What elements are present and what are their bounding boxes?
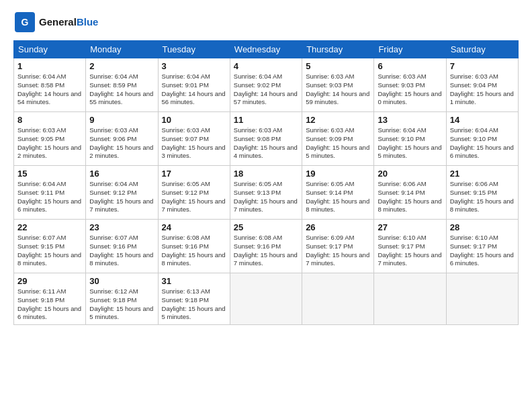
day-info: Sunrise: 6:03 AMSunset: 9:04 PMDaylight:… [450, 73, 515, 107]
logo-general: General [39, 16, 77, 28]
day-info: Sunrise: 6:03 AMSunset: 9:09 PMDaylight:… [306, 126, 370, 161]
day-number: 5 [306, 61, 370, 71]
calendar-cell [230, 273, 302, 325]
day-number: 10 [162, 115, 226, 125]
day-info: Sunrise: 6:11 AMSunset: 9:18 PMDaylight:… [17, 287, 82, 322]
day-number: 3 [162, 61, 226, 71]
day-header-wednesday: Wednesday [230, 41, 302, 58]
day-info: Sunrise: 6:05 AMSunset: 9:12 PMDaylight:… [162, 180, 226, 214]
calendar-header-row: SundayMondayTuesdayWednesdayThursdayFrid… [14, 41, 519, 58]
calendar-cell: 31Sunrise: 6:13 AMSunset: 9:18 PMDayligh… [158, 273, 230, 325]
day-number: 23 [89, 222, 154, 232]
week-row-4: 29Sunrise: 6:11 AMSunset: 9:18 PMDayligh… [14, 273, 519, 325]
calendar-table: SundayMondayTuesdayWednesdayThursdayFrid… [13, 40, 519, 325]
calendar-cell: 23Sunrise: 6:07 AMSunset: 9:16 PMDayligh… [86, 220, 158, 273]
day-info: Sunrise: 6:07 AMSunset: 9:16 PMDaylight:… [89, 234, 154, 268]
day-info: Sunrise: 6:04 AMSunset: 9:10 PMDaylight:… [378, 126, 442, 161]
day-info: Sunrise: 6:03 AMSunset: 9:03 PMDaylight:… [378, 73, 442, 107]
day-number: 29 [17, 276, 82, 286]
calendar-cell: 28Sunrise: 6:10 AMSunset: 9:17 PMDayligh… [446, 220, 518, 273]
day-info: Sunrise: 6:08 AMSunset: 9:16 PMDaylight:… [162, 234, 226, 268]
day-number: 22 [17, 222, 82, 232]
calendar-cell: 27Sunrise: 6:10 AMSunset: 9:17 PMDayligh… [374, 220, 446, 273]
day-info: Sunrise: 6:03 AMSunset: 9:06 PMDaylight:… [89, 126, 154, 161]
day-number: 31 [162, 276, 226, 286]
calendar-cell: 12Sunrise: 6:03 AMSunset: 9:09 PMDayligh… [302, 112, 374, 166]
calendar-cell: 4Sunrise: 6:04 AMSunset: 9:02 PMDaylight… [230, 58, 302, 112]
calendar-cell: 16Sunrise: 6:04 AMSunset: 9:12 PMDayligh… [86, 166, 158, 220]
calendar-cell: 26Sunrise: 6:09 AMSunset: 9:17 PMDayligh… [302, 220, 374, 273]
calendar-cell: 25Sunrise: 6:08 AMSunset: 9:16 PMDayligh… [230, 220, 302, 273]
calendar-cell: 10Sunrise: 6:03 AMSunset: 9:07 PMDayligh… [158, 112, 230, 166]
calendar-cell: 15Sunrise: 6:04 AMSunset: 9:11 PMDayligh… [14, 166, 86, 220]
day-number: 28 [450, 222, 515, 232]
day-number: 18 [234, 169, 298, 179]
day-header-saturday: Saturday [446, 41, 518, 58]
day-number: 14 [450, 115, 515, 125]
week-row-0: 1Sunrise: 6:04 AMSunset: 8:58 PMDaylight… [14, 58, 519, 112]
day-number: 20 [378, 169, 442, 179]
calendar-cell: 14Sunrise: 6:04 AMSunset: 9:10 PMDayligh… [446, 112, 518, 166]
day-number: 7 [450, 61, 515, 71]
calendar-cell: 17Sunrise: 6:05 AMSunset: 9:12 PMDayligh… [158, 166, 230, 220]
day-info: Sunrise: 6:13 AMSunset: 9:18 PMDaylight:… [162, 287, 226, 322]
day-info: Sunrise: 6:06 AMSunset: 9:14 PMDaylight:… [378, 180, 442, 214]
day-number: 4 [234, 61, 298, 71]
logo-blue: Blue [77, 16, 99, 28]
day-number: 21 [450, 169, 515, 179]
day-header-sunday: Sunday [14, 41, 86, 58]
day-info: Sunrise: 6:05 AMSunset: 9:14 PMDaylight:… [306, 180, 370, 214]
page: G GeneralBlue Blue SundayMondayTuesdayWe… [0, 0, 532, 411]
day-number: 11 [234, 115, 298, 125]
day-number: 25 [234, 222, 298, 232]
calendar-cell: 29Sunrise: 6:11 AMSunset: 9:18 PMDayligh… [14, 273, 86, 325]
day-info: Sunrise: 6:06 AMSunset: 9:15 PMDaylight:… [450, 180, 515, 214]
logo-icon: G [13, 11, 36, 34]
day-info: Sunrise: 6:09 AMSunset: 9:17 PMDaylight:… [306, 234, 370, 268]
calendar-cell: 22Sunrise: 6:07 AMSunset: 9:15 PMDayligh… [14, 220, 86, 273]
day-info: Sunrise: 6:04 AMSunset: 9:10 PMDaylight:… [450, 126, 515, 161]
day-number: 26 [306, 222, 370, 232]
day-info: Sunrise: 6:12 AMSunset: 9:18 PMDaylight:… [89, 287, 154, 322]
day-info: Sunrise: 6:04 AMSunset: 8:59 PMDaylight:… [89, 73, 154, 107]
calendar-cell: 24Sunrise: 6:08 AMSunset: 9:16 PMDayligh… [158, 220, 230, 273]
day-info: Sunrise: 6:07 AMSunset: 9:15 PMDaylight:… [17, 234, 82, 268]
day-info: Sunrise: 6:03 AMSunset: 9:05 PMDaylight:… [17, 126, 82, 161]
calendar-cell: 7Sunrise: 6:03 AMSunset: 9:04 PMDaylight… [446, 58, 518, 112]
day-header-tuesday: Tuesday [158, 41, 230, 58]
day-header-friday: Friday [374, 41, 446, 58]
day-number: 1 [17, 61, 82, 71]
calendar-cell: 20Sunrise: 6:06 AMSunset: 9:14 PMDayligh… [374, 166, 446, 220]
day-number: 12 [306, 115, 370, 125]
day-number: 8 [17, 115, 82, 125]
svg-text:G: G [21, 17, 29, 28]
calendar-cell: 9Sunrise: 6:03 AMSunset: 9:06 PMDaylight… [86, 112, 158, 166]
day-info: Sunrise: 6:04 AMSunset: 9:12 PMDaylight:… [89, 180, 154, 214]
calendar-cell: 19Sunrise: 6:05 AMSunset: 9:14 PMDayligh… [302, 166, 374, 220]
day-info: Sunrise: 6:03 AMSunset: 9:07 PMDaylight:… [162, 126, 226, 161]
calendar-cell: 1Sunrise: 6:04 AMSunset: 8:58 PMDaylight… [14, 58, 86, 112]
calendar-cell [446, 273, 518, 325]
calendar-cell [374, 273, 446, 325]
day-header-monday: Monday [86, 41, 158, 58]
day-number: 19 [306, 169, 370, 179]
week-row-3: 22Sunrise: 6:07 AMSunset: 9:15 PMDayligh… [14, 220, 519, 273]
day-number: 13 [378, 115, 442, 125]
day-number: 6 [378, 61, 442, 71]
day-info: Sunrise: 6:03 AMSunset: 9:08 PMDaylight:… [234, 126, 298, 161]
logo: G GeneralBlue Blue [13, 11, 98, 34]
day-number: 27 [378, 222, 442, 232]
calendar-cell: 13Sunrise: 6:04 AMSunset: 9:10 PMDayligh… [374, 112, 446, 166]
calendar-cell: 21Sunrise: 6:06 AMSunset: 9:15 PMDayligh… [446, 166, 518, 220]
day-number: 2 [89, 61, 154, 71]
day-number: 15 [17, 169, 82, 179]
calendar-cell: 6Sunrise: 6:03 AMSunset: 9:03 PMDaylight… [374, 58, 446, 112]
day-info: Sunrise: 6:03 AMSunset: 9:03 PMDaylight:… [306, 73, 370, 107]
calendar-cell: 18Sunrise: 6:05 AMSunset: 9:13 PMDayligh… [230, 166, 302, 220]
header: G GeneralBlue Blue [13, 11, 519, 34]
calendar-cell [302, 273, 374, 325]
calendar-cell: 30Sunrise: 6:12 AMSunset: 9:18 PMDayligh… [86, 273, 158, 325]
day-info: Sunrise: 6:05 AMSunset: 9:13 PMDaylight:… [234, 180, 298, 214]
day-number: 17 [162, 169, 226, 179]
day-info: Sunrise: 6:04 AMSunset: 9:02 PMDaylight:… [234, 73, 298, 107]
